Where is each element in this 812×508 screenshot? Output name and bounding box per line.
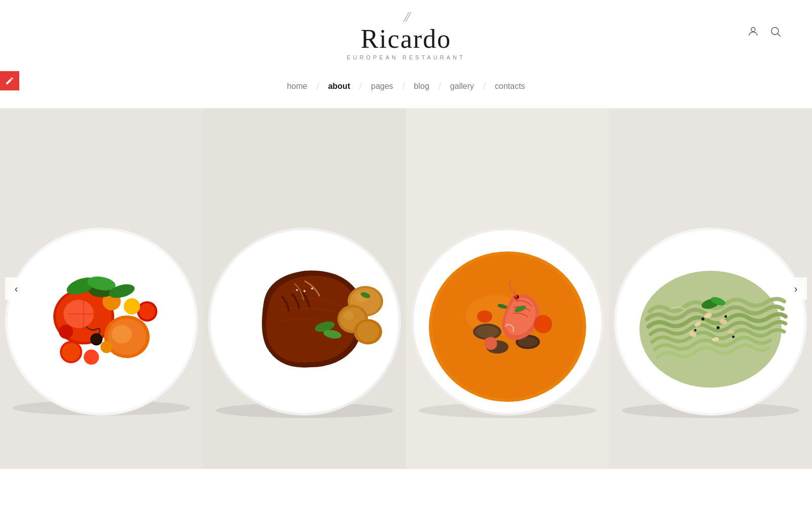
nav-gallery[interactable]: gallery [446,80,478,93]
nav-sep-2: / [359,82,362,91]
svg-point-6 [8,230,195,413]
search-icon[interactable] [769,25,782,41]
svg-point-18 [137,301,157,322]
svg-point-42 [357,322,379,342]
svg-point-55 [466,295,527,336]
svg-point-8 [56,291,112,342]
svg-point-43 [355,292,367,302]
svg-point-4 [13,400,190,416]
nav-blog[interactable]: blog [410,80,433,93]
nav-home[interactable]: home [283,80,311,93]
svg-point-65 [514,304,527,313]
svg-point-56 [473,324,501,340]
svg-point-27 [86,275,117,293]
svg-rect-49 [406,108,609,469]
svg-point-71 [614,228,807,416]
svg-point-9 [63,300,94,328]
svg-point-51 [411,228,604,416]
svg-point-53 [429,251,586,402]
svg-point-73 [639,271,782,388]
svg-point-67 [534,315,552,333]
svg-point-61 [509,312,527,326]
carousel-item-1 [0,108,203,469]
carousel-track [0,108,812,469]
svg-point-82 [725,315,727,318]
svg-point-62 [477,310,492,323]
main-nav: home / about / pages / blog / gallery / … [0,66,812,108]
edit-button[interactable] [0,71,19,90]
food-carousel: ‹ › [0,108,812,469]
carousel-item-4 [609,108,812,469]
svg-point-19 [139,303,155,320]
svg-point-28 [108,282,136,301]
svg-rect-31 [203,108,406,469]
svg-point-47 [296,289,298,291]
svg-point-33 [208,228,401,416]
svg-point-37 [348,286,383,316]
svg-point-32 [216,403,393,418]
svg-point-54 [432,255,583,399]
nav-pages[interactable]: pages [367,80,397,93]
nav-sep-4: / [438,82,441,91]
svg-point-25 [67,283,90,294]
svg-point-39 [337,305,368,333]
svg-rect-69 [609,108,812,469]
carousel-item-2 [203,108,406,469]
svg-point-45 [303,290,306,292]
chevron-right-icon: › [794,283,798,295]
svg-point-66 [497,303,507,310]
svg-point-72 [617,230,804,413]
site-header: // Ricardo European Restaurant [0,0,812,66]
header-icons [747,25,782,41]
svg-point-36 [323,329,342,340]
svg-point-13 [108,319,146,355]
svg-point-80 [701,318,704,321]
nav-contacts[interactable]: contacts [491,80,529,93]
svg-point-41 [354,319,382,344]
nav-sep-1: / [316,82,319,91]
user-icon[interactable] [747,25,759,41]
svg-point-63 [514,295,519,300]
svg-point-83 [694,329,697,332]
svg-point-60 [486,340,509,354]
svg-point-21 [100,341,113,353]
logo-slashes: // [404,9,409,24]
svg-point-48 [360,291,371,299]
svg-point-84 [732,336,735,338]
carousel-next-button[interactable]: › [785,277,807,300]
svg-point-59 [518,337,537,347]
svg-point-26 [64,274,98,298]
svg-line-2 [778,34,781,37]
svg-point-15 [60,341,82,363]
svg-point-5 [5,228,198,416]
carousel-prev-button[interactable]: ‹ [5,277,27,300]
svg-point-16 [62,343,80,361]
nav-about[interactable]: about [324,80,354,93]
svg-point-20 [84,350,99,365]
svg-point-35 [314,320,335,334]
svg-point-46 [311,288,313,290]
svg-point-1 [771,27,779,35]
svg-point-74 [703,312,713,320]
svg-point-0 [751,27,755,31]
svg-point-38 [350,288,381,314]
logo-name: Ricardo [361,24,452,53]
pencil-icon [5,76,14,85]
svg-point-44 [344,311,354,320]
svg-point-57 [476,326,499,338]
svg-point-86 [710,295,727,307]
svg-point-23 [124,298,140,314]
svg-point-85 [700,297,720,311]
svg-point-34 [211,230,398,413]
svg-rect-3 [0,108,203,469]
svg-point-17 [103,292,121,310]
svg-point-7 [53,289,114,344]
svg-point-50 [419,403,596,418]
svg-point-79 [712,337,719,342]
svg-point-29 [90,333,103,345]
svg-point-22 [59,325,73,339]
svg-point-14 [112,325,132,343]
svg-point-76 [694,321,702,328]
carousel-item-3 [406,108,609,469]
svg-point-75 [719,318,728,325]
